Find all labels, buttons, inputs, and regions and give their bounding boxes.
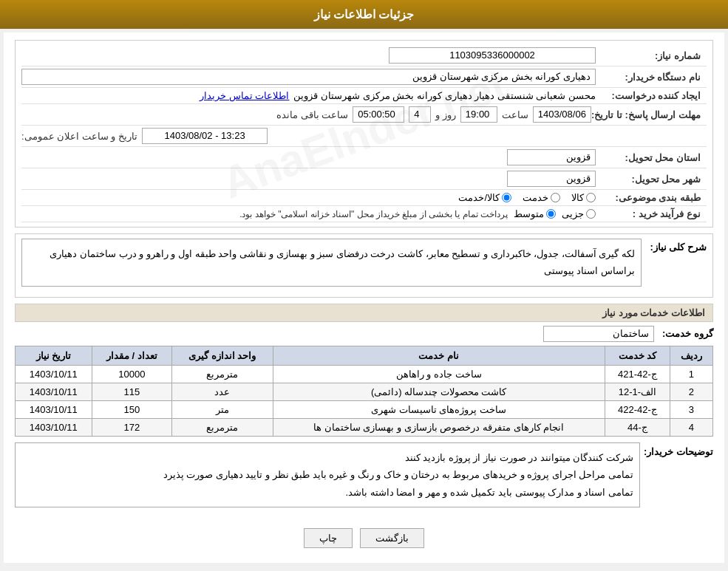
services-table: ردیف کد خدمت نام خدمت واحد اندازه گیری ت… [15, 346, 713, 437]
page-container: جزئیات اطلاعات نیاز AnaElnder.net شماره … [0, 0, 728, 571]
category-both-radio[interactable] [502, 193, 511, 202]
purchase-jozi-radio[interactable] [586, 209, 596, 219]
deadline-value: 1403/08/06 ساعت 19:00 روز و 4 05:00:50 س… [21, 106, 591, 123]
back-button[interactable]: بازگشت [360, 528, 424, 548]
description-section: شرح کلی نیاز: لکه گیری آسفالت، جدول، خاک… [15, 233, 713, 298]
cell-row-num: 1 [670, 365, 712, 383]
table-row: 1 ج-42-421 ساخت جاده و راهاهن مترمربع 10… [16, 365, 713, 383]
deadline-time: 19:00 [460, 106, 497, 123]
services-table-head: ردیف کد خدمت نام خدمت واحد اندازه گیری ت… [16, 346, 713, 365]
announce-row: 1403/08/02 - 13:23 تاریخ و ساعت اعلان عم… [21, 126, 707, 147]
cell-qty: 10000 [92, 365, 171, 383]
category-options: کالا خدمت کالا/خدمت [21, 192, 596, 203]
cell-date: 1403/10/11 [16, 418, 92, 436]
description-value: لکه گیری آسفالت، جدول، خاکبرداری و تسطیح… [21, 239, 642, 287]
table-row: 3 ج-42-422 ساخت پروژه‌های تاسیسات شهری م… [16, 400, 713, 418]
need-number-value: 1103095336000002 [21, 47, 596, 64]
province-field: قزوین [507, 149, 596, 165]
purchase-type-row: نوع فرآیند خرید : جزیی متوسط پرداخت تمام… [21, 206, 707, 222]
org-field: دهیاری کورانه بخش مرکزی شهرستان قزوین [21, 69, 596, 85]
page-header: جزئیات اطلاعات نیاز [0, 0, 728, 29]
cell-date: 1403/10/11 [16, 365, 92, 383]
cell-name: انجام کارهای متفرقه درخصوص بازسازی و بهس… [273, 418, 605, 436]
category-both-item: کالا/خدمت [458, 192, 511, 203]
cell-unit: عدد [171, 383, 273, 400]
org-label: نام دستگاه خریدار: [596, 72, 707, 83]
city-value: قزوین [21, 171, 596, 187]
col-qty: تعداد / مقدار [92, 346, 171, 365]
col-date: تاریخ نیاز [16, 346, 92, 365]
cell-row-num: 4 [670, 418, 712, 436]
description-container: شرح کلی نیاز: لکه گیری آسفالت، جدول، خاک… [21, 239, 707, 293]
table-row: 4 ج-44 انجام کارهای متفرقه درخصوص بازساز… [16, 418, 713, 436]
print-button[interactable]: چاپ [304, 528, 353, 548]
deadline-row: مهلت ارسال پاسخ: تا تاریخ: 1403/08/06 سا… [21, 104, 707, 126]
creator-link[interactable]: اطلاعات تماس خریدار [200, 90, 289, 101]
purchase-mota-radio[interactable] [546, 209, 556, 219]
group-row: گروه خدمت: ساختمان [15, 326, 713, 342]
table-row: 2 الف-1-12 کاشت محصولات چندساله (دائمی) … [16, 383, 713, 400]
services-table-header-row: ردیف کد خدمت نام خدمت واحد اندازه گیری ت… [16, 346, 713, 365]
cell-unit: مترمربع [171, 418, 273, 436]
cell-qty: 150 [92, 400, 171, 418]
bottom-buttons: بازگشت چاپ [15, 521, 713, 555]
announce-label: تاریخ و ساعت اعلان عمومی: [21, 131, 137, 142]
cell-row-num: 3 [670, 400, 712, 418]
page-title: جزئیات اطلاعات نیاز [314, 8, 415, 21]
announce-value: 1403/08/02 - 13:23 [142, 128, 268, 144]
col-name: نام خدمت [273, 346, 605, 365]
cell-code: الف-1-12 [605, 383, 670, 400]
cell-date: 1403/10/11 [16, 400, 92, 418]
cell-name: ساخت پروژه‌های تاسیسات شهری [273, 400, 605, 418]
buyer-notes-label: توضیحات خریدار: [644, 442, 713, 457]
purchase-jozi-label: جزیی [562, 208, 584, 219]
province-label: استان محل تحویل: [596, 152, 707, 163]
buyer-notes-value: شرکت کنندگان میتوانند در صورت نیاز از پر… [15, 442, 640, 507]
city-row: شهر محل تحویل: قزوین [21, 168, 707, 190]
category-kala-label: کالا [571, 192, 584, 203]
deadline-remain: 05:00:50 [353, 106, 404, 123]
cell-date: 1403/10/11 [16, 383, 92, 400]
cell-code: ج-42-421 [605, 365, 670, 383]
need-number-field: 1103095336000002 [389, 47, 596, 64]
main-content: AnaElnder.net شماره نیاز: 11030953360000… [4, 33, 724, 563]
category-kala-radio[interactable] [586, 193, 596, 202]
cell-unit: مترمربع [171, 365, 273, 383]
category-label: طبقه بندی موضوعی: [596, 192, 707, 203]
services-table-body: 1 ج-42-421 ساخت جاده و راهاهن مترمربع 10… [16, 365, 713, 436]
purchase-mota-item: متوسط [514, 208, 556, 219]
description-label: شرح کلی نیاز: [647, 239, 707, 253]
category-khedmat-label: خدمت [523, 192, 548, 203]
need-number-label: شماره نیاز: [596, 50, 707, 61]
org-value: دهیاری کورانه بخش مرکزی شهرستان قزوین [21, 69, 596, 85]
purchase-type-options: جزیی متوسط پرداخت تمام یا بخشی از مبلغ خ… [21, 208, 596, 219]
cell-qty: 172 [92, 418, 171, 436]
buyer-notes-container: شرکت کنندگان میتوانند در صورت نیاز از پر… [15, 442, 640, 513]
province-row: استان محل تحویل: قزوین [21, 147, 707, 168]
purchase-mota-label: متوسط [514, 208, 544, 219]
cell-code: ج-42-422 [605, 400, 670, 418]
group-label: گروه خدمت: [654, 328, 713, 339]
creator-row: ایجاد کننده درخواست: محسن شعبانی شنستقی … [21, 88, 707, 104]
province-value: قزوین [21, 149, 596, 165]
buyer-notes-line: تمامی مراحل اجرای پروژه و خریدهای مربوط … [21, 466, 633, 483]
cell-row-num: 2 [670, 383, 712, 400]
creator-value: محسن شعبانی شنستقی دهیار دهیاری کورانه ب… [21, 90, 596, 101]
category-khedmat-radio[interactable] [551, 193, 560, 202]
category-both-label: کالا/خدمت [458, 192, 500, 203]
cell-unit: متر [171, 400, 273, 418]
col-row-num: ردیف [670, 346, 712, 365]
info-section: AnaElnder.net شماره نیاز: 11030953360000… [15, 40, 713, 228]
services-section: اطلاعات خدمات مورد نیاز گروه خدمت: ساختم… [15, 304, 713, 437]
col-unit: واحد اندازه گیری [171, 346, 273, 365]
org-row: نام دستگاه خریدار: دهیاری کورانه بخش مرک… [21, 66, 707, 88]
deadline-days-label: روز و [435, 109, 456, 120]
cell-code: ج-44 [605, 418, 670, 436]
city-label: شهر محل تحویل: [596, 174, 707, 185]
col-code: کد خدمت [605, 346, 670, 365]
deadline-days: 4 [409, 106, 431, 123]
services-title: اطلاعات خدمات مورد نیاز [15, 304, 713, 322]
deadline-date: 1403/08/06 [533, 106, 591, 123]
buyer-notes-line: شرکت کنندگان میتوانند در صورت نیاز از پر… [21, 449, 633, 466]
cell-name: ساخت جاده و راهاهن [273, 365, 605, 383]
